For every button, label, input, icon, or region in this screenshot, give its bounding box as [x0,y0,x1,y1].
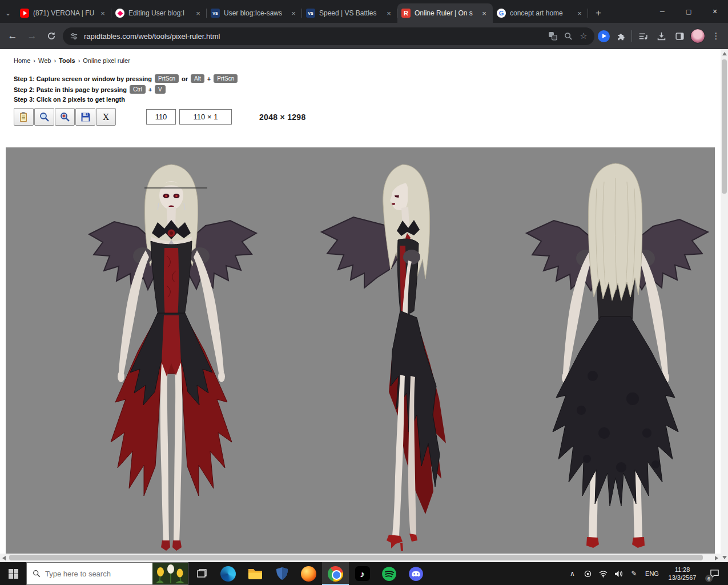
close-icon[interactable]: × [289,9,298,18]
horizontal-scrollbar[interactable] [0,554,721,562]
side-panel-icon[interactable] [672,29,687,43]
tray-app-icon[interactable] [581,562,595,585]
zoom-out-button[interactable] [34,108,54,126]
media-controls-icon[interactable] [636,29,650,43]
bookmark-star-icon[interactable]: ☆ [578,31,589,41]
minimize-button[interactable]: ─ [649,0,675,23]
scroll-right-arrow-icon[interactable] [715,556,718,560]
taskbar-app-discord[interactable] [403,562,429,585]
back-button[interactable]: ← [5,28,21,44]
discord-icon [408,566,424,582]
scroll-up-arrow-icon[interactable] [722,52,727,55]
fandom-icon [115,9,124,18]
language-indicator[interactable]: ENG [642,562,662,585]
tab-youtube[interactable]: (871) VERONA | FU × [16,3,111,23]
close-icon[interactable]: × [480,9,489,18]
step-1-plus: + [207,75,211,82]
taskbar-app-firefox[interactable] [295,562,322,585]
close-icon[interactable]: × [575,9,584,18]
step-1-or: or [182,75,188,82]
breadcrumb-web[interactable]: Web [38,57,51,64]
url-text[interactable]: rapidtables.com/web/tools/pixel-ruler.ht… [84,32,542,41]
maximize-button[interactable]: ▢ [675,0,702,23]
step-1: Step 1: Capture screen or window by pres… [14,74,238,83]
vertical-scroll-thumb[interactable] [722,59,727,194]
step-3: Step 3: Click on 2 pixels to get length [14,96,125,103]
edge-icon [220,566,236,582]
windows-logo-icon [9,569,18,579]
chrome-icon [328,566,343,582]
breadcrumb-tools[interactable]: Tools [59,57,75,64]
zoom-in-button[interactable] [55,108,75,126]
clear-button[interactable]: X [96,108,116,126]
extensions-puzzle-icon[interactable] [613,29,628,43]
site-settings-icon[interactable] [69,31,79,41]
key-v: V [155,85,166,94]
action-center-button[interactable]: 6 [703,562,726,585]
tab-title: Speed | VS Battles [319,9,380,17]
new-tab-button[interactable]: + [590,5,606,21]
ratio-input[interactable] [179,109,232,125]
browser-toolbar: ← → rapidtables.com/web/tools/pixel-rule… [0,23,728,49]
scroll-left-arrow-icon[interactable] [2,556,6,560]
vampire-concept-art [6,147,715,554]
wifi-icon[interactable] [596,562,610,585]
horizontal-scroll-thumb[interactable] [9,555,703,560]
play-extension-icon[interactable] [598,30,610,42]
tab-userblog[interactable]: VS User blog:Ice-saws × [207,3,302,23]
clipboard-icon [18,111,30,123]
window-close-button[interactable]: ✕ [702,0,728,23]
step-3-text: Step 3: Click on 2 pixels to get length [14,96,125,103]
breadcrumb-home[interactable]: Home [14,57,30,64]
hidden-icons-chevron[interactable]: ∧ [565,562,580,585]
magnifier-icon [39,111,50,123]
search-input[interactable] [45,570,148,578]
taskbar-app-chrome[interactable] [322,562,349,585]
tab-title: (871) VERONA | FU [33,9,94,17]
scroll-down-arrow-icon[interactable] [722,556,727,559]
pen-icon[interactable]: ✎ [627,562,641,585]
search-highlight-widget[interactable] [152,563,188,584]
downloads-icon[interactable] [654,29,669,43]
volume-icon[interactable] [612,562,626,585]
save-button[interactable] [75,108,95,126]
close-icon[interactable]: × [384,9,393,18]
taskbar-clock[interactable]: 11:28 13/3/2567 [663,566,702,582]
pasted-image-canvas[interactable] [6,147,715,554]
profile-avatar[interactable] [690,29,705,43]
close-icon[interactable]: × [194,9,203,18]
browser-menu-kebab-icon[interactable]: ⋮ [709,29,723,43]
key-alt: Alt [191,74,204,83]
vertical-scrollbar[interactable] [721,49,728,562]
taskbar-app-edge[interactable] [215,562,242,585]
taskbar-app-tiktok[interactable]: ♪ [349,562,376,585]
tab-search-chevron-icon[interactable]: ⌄ [0,3,16,23]
start-button[interactable] [0,562,26,585]
paste-button[interactable] [14,108,34,126]
vsbattles-icon: VS [211,9,220,18]
taskbar-app-file-explorer[interactable] [242,562,268,585]
firefox-icon [301,566,316,582]
forward-button[interactable]: → [24,28,40,44]
google-icon: G [497,9,506,18]
translate-icon[interactable] [548,31,558,41]
length-input[interactable] [146,109,176,125]
tab-title: Online Ruler | On s [415,9,476,17]
tab-title: Editing User blog:I [128,9,190,17]
tab-title: concept art home [510,9,571,17]
key-prtscn: PrtScn [155,74,179,83]
zoom-icon[interactable] [563,31,573,41]
close-icon[interactable]: × [98,9,107,18]
taskbar-app-spotify[interactable] [376,562,403,585]
reload-button[interactable] [43,28,59,44]
tab-speed-vsbattles[interactable]: VS Speed | VS Battles × [302,3,397,23]
address-bar[interactable]: rapidtables.com/web/tools/pixel-ruler.ht… [63,27,594,45]
taskbar-app-security[interactable] [268,562,295,585]
tab-online-ruler-active[interactable]: R Online Ruler | On s × [397,3,493,23]
clock-time: 11:28 [663,566,702,574]
tab-fandom-editing[interactable]: Editing User blog:I × [111,3,207,23]
tab-concept-art[interactable]: G concept art home × [493,3,588,23]
vsbattles-icon: VS [306,9,315,18]
task-view-button[interactable] [188,562,215,585]
taskbar-search-box[interactable] [26,562,188,585]
